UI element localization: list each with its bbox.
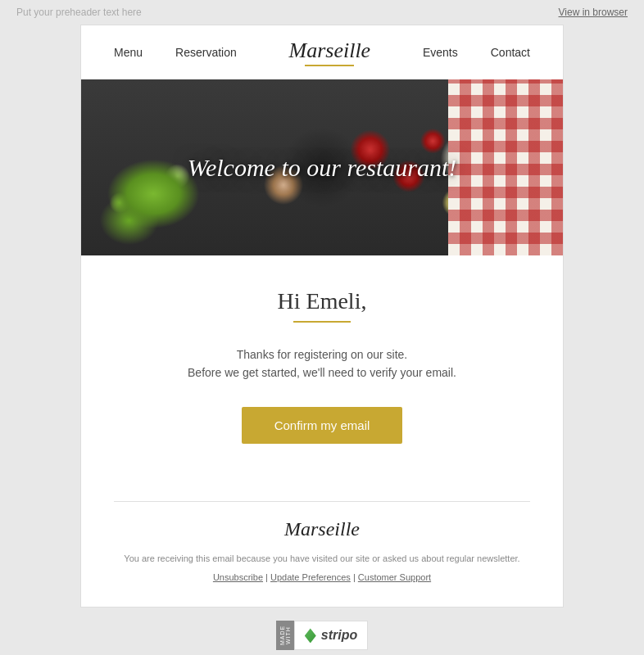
navigation: Menu Reservation Marseille Events Contac… <box>81 25 563 79</box>
nav-item-menu[interactable]: Menu <box>98 46 159 59</box>
hero-text-overlay: Welcome to our restaurant! <box>81 79 563 255</box>
stripo-logo-box[interactable]: stripo <box>294 621 368 650</box>
stripo-badge: MADE WITH stripo <box>0 608 644 655</box>
customer-support-link[interactable]: Customer Support <box>358 572 431 582</box>
email-card: Menu Reservation Marseille Events Contac… <box>80 25 564 608</box>
body-line1: Thanks for registering on our site. <box>237 348 408 361</box>
preheader-text: Put your preheader text here <box>16 7 142 18</box>
body-line2: Before we get started, we'll need to ver… <box>188 366 456 379</box>
footer-links: Unsubscribe | Update Preferences | Custo… <box>114 572 530 582</box>
unsubscribe-link[interactable]: Unsubscribe <box>213 572 263 582</box>
footer: Marseille You are receiving this email b… <box>81 502 563 608</box>
email-wrapper: Put your preheader text here View in bro… <box>0 0 644 655</box>
stripo-made-with: MADE WITH <box>276 621 294 650</box>
nav-left: Menu Reservation <box>98 46 253 59</box>
nav-logo[interactable]: Marseille <box>253 38 406 66</box>
hero-image: Welcome to our restaurant! <box>81 79 563 255</box>
main-content: Hi Emeli, Thanks for registering on our … <box>81 255 563 477</box>
hero-title: Welcome to our restaurant! <box>171 146 474 190</box>
stripo-leaf-icon <box>305 628 316 643</box>
confirm-email-button[interactable]: Confirm my email <box>242 407 403 444</box>
footer-logo: Marseille <box>114 518 530 540</box>
greeting-underline <box>293 321 351 323</box>
nav-right: Events Contact <box>406 46 546 59</box>
stripo-wordmark: stripo <box>321 628 357 643</box>
view-in-browser-link[interactable]: View in browser <box>559 7 628 18</box>
divider-section <box>81 477 563 502</box>
greeting-text: Hi Emeli, <box>130 288 514 314</box>
footer-disclaimer: You are receiving this email because you… <box>114 552 530 567</box>
body-text: Thanks for registering on our site. Befo… <box>130 346 514 382</box>
nav-item-events[interactable]: Events <box>406 46 474 59</box>
top-bar: Put your preheader text here View in bro… <box>0 0 644 25</box>
nav-item-contact[interactable]: Contact <box>474 46 546 59</box>
nav-item-reservation[interactable]: Reservation <box>159 46 253 59</box>
update-preferences-link[interactable]: Update Preferences <box>270 572 351 582</box>
